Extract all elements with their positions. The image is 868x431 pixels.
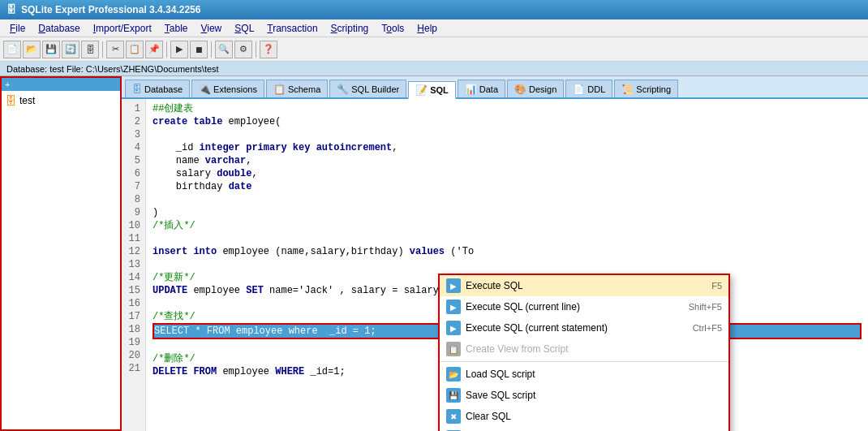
menu-importexport[interactable]: Import/Export bbox=[87, 21, 158, 36]
ctx-execute-current-line-label: Execute SQL (current line) bbox=[466, 301, 580, 312]
menu-sql[interactable]: SQL bbox=[228, 21, 260, 36]
tb-play[interactable]: ▶ bbox=[170, 41, 188, 58]
code-line-1: ##创建表 bbox=[153, 102, 862, 115]
main-area: + 🗄 test 🗄 Database 🔌 Extensions 📋 Schem… bbox=[0, 76, 868, 431]
tab-design[interactable]: 🎨 Design bbox=[507, 80, 564, 97]
tb-settings[interactable]: ⚙ bbox=[234, 41, 252, 58]
ctx-execute-current-line-left: ▶ Execute SQL (current line) bbox=[446, 300, 580, 314]
tb-new[interactable]: 📄 bbox=[3, 41, 21, 58]
menu-file[interactable]: File bbox=[3, 21, 32, 36]
code-line-12: insert into employee (name,salary,birthd… bbox=[153, 245, 862, 258]
tab-scripting-label: Scripting bbox=[636, 84, 671, 94]
design-tab-icon: 🎨 bbox=[514, 84, 526, 95]
code-line-13 bbox=[153, 258, 862, 271]
ctx-create-view: 📋 Create View from Script bbox=[440, 338, 728, 360]
tab-schema-label: Schema bbox=[288, 84, 320, 94]
tree-item-test[interactable]: 🗄 test bbox=[2, 91, 120, 110]
tab-ddl[interactable]: 📄 DDL bbox=[565, 80, 612, 97]
menu-scripting[interactable]: Scripting bbox=[324, 21, 376, 36]
tab-design-label: Design bbox=[529, 84, 556, 94]
toolbar: 📄 📂 💾 🔄 🗄 ✂ 📋 📌 ▶ ⏹ 🔍 ⚙ ❓ bbox=[0, 37, 868, 62]
tab-scripting[interactable]: 📜 Scripting bbox=[614, 80, 678, 97]
ctx-save-sql-label: Save SQL script bbox=[466, 390, 535, 401]
tab-extensions[interactable]: 🔌 Extensions bbox=[191, 80, 264, 97]
menu-help[interactable]: Help bbox=[410, 21, 444, 36]
ctx-execute-current-line-shortcut: Shift+F5 bbox=[689, 302, 722, 312]
ctx-load-sql-label: Load SQL script bbox=[466, 369, 535, 380]
ctx-execute-current-stmt-left: ▶ Execute SQL (current statement) bbox=[446, 321, 608, 335]
tb-db[interactable]: 🗄 bbox=[81, 41, 99, 58]
ctx-create-view-icon: 📋 bbox=[446, 342, 461, 356]
ctx-execute-current-stmt-label: Execute SQL (current statement) bbox=[466, 322, 608, 334]
ctx-execute-sql[interactable]: ▶ Execute SQL F5 bbox=[440, 275, 728, 296]
menu-database[interactable]: Database bbox=[32, 21, 86, 36]
ctx-save-sql-icon: 💾 bbox=[446, 388, 461, 403]
tb-refresh[interactable]: 🔄 bbox=[62, 41, 79, 58]
menu-transaction[interactable]: Transaction bbox=[260, 21, 324, 36]
tb-cut[interactable]: ✂ bbox=[106, 41, 124, 58]
right-panel: 🗄 Database 🔌 Extensions 📋 Schema 🔧 SQL B… bbox=[122, 76, 868, 431]
tab-data-label: Data bbox=[479, 84, 498, 94]
tab-schema[interactable]: 📋 Schema bbox=[266, 80, 328, 97]
tab-sql[interactable]: 📝 SQL bbox=[408, 81, 456, 99]
sql-tab-icon: 📝 bbox=[415, 84, 428, 96]
scripting-tab-icon: 📜 bbox=[621, 84, 634, 95]
code-line-5: name varchar, bbox=[153, 154, 862, 167]
code-line-11 bbox=[153, 232, 862, 245]
ctx-clear-sql-left: ✖ Clear SQL bbox=[446, 409, 511, 424]
context-menu: ▶ Execute SQL F5 ▶ Execute SQL (current … bbox=[438, 274, 730, 431]
tb-filter[interactable]: 🔍 bbox=[215, 41, 233, 58]
schema-tab-icon: 📋 bbox=[273, 84, 286, 95]
ctx-execute-sql-icon: ▶ bbox=[446, 278, 461, 293]
ctx-save-sql-left: 💾 Save SQL script bbox=[446, 388, 535, 403]
tab-sqlbuilder[interactable]: 🔧 SQL Builder bbox=[329, 80, 406, 97]
tb-help[interactable]: ❓ bbox=[260, 41, 277, 58]
tb-open[interactable]: 📂 bbox=[23, 41, 41, 58]
code-line-9: ) bbox=[153, 206, 862, 219]
tab-data[interactable]: 📊 Data bbox=[458, 80, 505, 97]
left-panel: + 🗄 test bbox=[0, 76, 122, 431]
code-area[interactable]: 1 2 3 4 5 6 7 8 9 10 11 12 13 14 15 16 1… bbox=[122, 99, 868, 431]
ctx-new-sql-tab[interactable]: ➕ New SQL tab bbox=[440, 427, 728, 431]
ctx-clear-sql-icon: ✖ bbox=[446, 409, 461, 424]
ctx-sep1 bbox=[440, 361, 728, 362]
menu-table[interactable]: Table bbox=[158, 21, 195, 36]
database-tab-icon: 🗄 bbox=[132, 84, 142, 95]
data-tab-icon: 📊 bbox=[465, 84, 477, 95]
ctx-execute-current-stmt[interactable]: ▶ Execute SQL (current statement) Ctrl+F… bbox=[440, 317, 728, 338]
tab-sql-label: SQL bbox=[430, 85, 449, 95]
ctx-load-sql-left: 📂 Load SQL script bbox=[446, 367, 535, 381]
tab-database[interactable]: 🗄 Database bbox=[125, 80, 190, 97]
code-line-2: create table employee( bbox=[153, 115, 862, 128]
ctx-execute-sql-shortcut: F5 bbox=[711, 281, 722, 291]
ctx-create-view-left: 📋 Create View from Script bbox=[446, 342, 569, 356]
app-title: SQLite Expert Professional 3.4.34.2256 bbox=[21, 4, 200, 15]
tb-save[interactable]: 💾 bbox=[42, 41, 60, 58]
ctx-load-sql-icon: 📂 bbox=[446, 367, 461, 381]
ctx-execute-current-line[interactable]: ▶ Execute SQL (current line) Shift+F5 bbox=[440, 296, 728, 317]
code-line-10: /*插入*/ bbox=[153, 219, 862, 232]
ddl-tab-icon: 📄 bbox=[573, 84, 585, 95]
menu-tools[interactable]: Tools bbox=[375, 21, 410, 36]
code-line-8 bbox=[153, 193, 862, 206]
ctx-clear-sql[interactable]: ✖ Clear SQL bbox=[440, 406, 728, 427]
ctx-execute-current-stmt-icon: ▶ bbox=[446, 321, 461, 335]
ctx-execute-current-line-icon: ▶ bbox=[446, 300, 461, 314]
ctx-load-sql[interactable]: 📂 Load SQL script bbox=[440, 364, 728, 385]
line-numbers: 1 2 3 4 5 6 7 8 9 10 11 12 13 14 15 16 1… bbox=[122, 99, 146, 431]
app-icon: 🗄 bbox=[6, 4, 16, 15]
sep3 bbox=[211, 41, 212, 58]
panel-collapse-icon[interactable]: + bbox=[5, 80, 10, 89]
tb-paste[interactable]: 📌 bbox=[145, 41, 163, 58]
tree-item-label: test bbox=[19, 95, 35, 106]
ctx-execute-current-stmt-shortcut: Ctrl+F5 bbox=[693, 323, 722, 333]
ctx-create-view-label: Create View from Script bbox=[466, 343, 569, 355]
tab-bar: 🗄 Database 🔌 Extensions 📋 Schema 🔧 SQL B… bbox=[122, 76, 868, 99]
code-line-4: _id integer primary key autoincrement, bbox=[153, 141, 862, 154]
tb-stop[interactable]: ⏹ bbox=[190, 41, 208, 58]
sep2 bbox=[166, 41, 167, 58]
tab-extensions-label: Extensions bbox=[213, 84, 257, 94]
ctx-save-sql[interactable]: 💾 Save SQL script bbox=[440, 385, 728, 406]
tb-copy[interactable]: 📋 bbox=[126, 41, 144, 58]
menu-view[interactable]: View bbox=[194, 21, 228, 36]
